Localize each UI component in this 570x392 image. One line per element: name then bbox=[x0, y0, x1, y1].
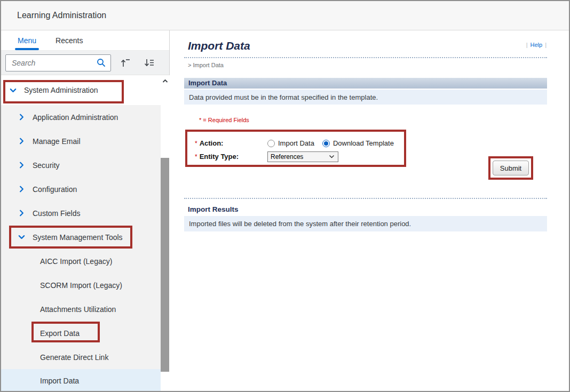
sidebar-item-label: Application Administration bbox=[33, 113, 118, 122]
search-box[interactable] bbox=[5, 54, 111, 71]
sidebar-item-label: Security bbox=[33, 161, 60, 170]
action-row: *Action: Import DataDownload Template bbox=[195, 137, 404, 150]
radio-option-label: Download Template bbox=[333, 139, 394, 147]
collapse-all-icon[interactable] bbox=[117, 55, 133, 71]
sidebar-item-custom-fields[interactable]: Custom Fields bbox=[1, 201, 161, 225]
nav-tree: System AdministrationApplication Adminis… bbox=[1, 75, 161, 391]
expand-list-icon[interactable] bbox=[141, 55, 157, 71]
action-label-cell: *Action: bbox=[195, 139, 267, 147]
tab-recents[interactable]: Recents bbox=[56, 36, 83, 50]
sidebar-tabs: Menu Recents bbox=[1, 30, 169, 51]
chevron-right-icon[interactable] bbox=[17, 185, 26, 194]
entity-type-label: Entity Type: bbox=[200, 153, 239, 161]
radio-option-label: Import Data bbox=[278, 139, 314, 147]
search-row bbox=[1, 51, 169, 75]
search-icon[interactable] bbox=[97, 58, 106, 67]
sidebar-item-label: System Management Tools bbox=[33, 233, 123, 242]
required-marker: * bbox=[195, 153, 197, 161]
submit-button[interactable]: Submit bbox=[493, 161, 529, 175]
entity-type-value: References bbox=[271, 153, 303, 161]
chevron-right-icon[interactable] bbox=[17, 209, 26, 218]
sidebar-item-label: Attachments Utilization bbox=[40, 305, 116, 314]
page-title: Import Data bbox=[188, 39, 250, 52]
sidebar-item-label: Configuration bbox=[33, 185, 77, 194]
main-content: Import Data | Help | > Import Data Impor… bbox=[170, 30, 569, 391]
import-form-annotation-box: *Action: Import DataDownload Template *E… bbox=[185, 130, 406, 167]
breadcrumb: > Import Data bbox=[188, 62, 224, 68]
sidebar-item-system-management-tools[interactable]: System Management Tools bbox=[1, 225, 161, 249]
entity-type-row: *Entity Type: References bbox=[195, 150, 404, 163]
sidebar-item-export-data[interactable]: Export Data bbox=[1, 321, 161, 345]
help-separator: | bbox=[545, 42, 547, 48]
dotted-separator bbox=[184, 198, 547, 199]
sidebar-item-generate-direct-link[interactable]: Generate Direct Link bbox=[1, 345, 161, 369]
chevron-down-icon[interactable] bbox=[9, 86, 17, 94]
radio-unselected-icon[interactable] bbox=[267, 140, 275, 147]
sidebar-item-scorm-import-legacy[interactable]: SCORM Import (Legacy) bbox=[1, 273, 161, 297]
sidebar: Menu Recents System AdministrationApplic… bbox=[1, 30, 170, 391]
tab-menu[interactable]: Menu bbox=[18, 36, 36, 50]
sidebar-item-label: Export Data bbox=[40, 329, 80, 338]
section-description: Data provided must be in the format spec… bbox=[184, 90, 547, 105]
sidebar-item-aicc-import-legacy[interactable]: AICC Import (Legacy) bbox=[1, 249, 161, 273]
help-link[interactable]: Help bbox=[531, 42, 543, 48]
sidebar-item-label: Generate Direct Link bbox=[40, 353, 108, 362]
sidebar-item-label: Custom Fields bbox=[33, 209, 80, 218]
chevron-right-icon[interactable] bbox=[17, 161, 26, 170]
sidebar-item-label: AICC Import (Legacy) bbox=[40, 257, 112, 266]
radio-selected-icon[interactable] bbox=[322, 140, 330, 147]
scrollbar-thumb[interactable] bbox=[161, 158, 169, 372]
entity-type-label-cell: *Entity Type: bbox=[195, 153, 267, 161]
sidebar-item-system-administration[interactable]: System Administration bbox=[1, 75, 161, 105]
chevron-down-icon bbox=[329, 155, 335, 158]
entity-type-select[interactable]: References bbox=[267, 151, 338, 162]
action-radio-group: Import DataDownload Template bbox=[267, 139, 394, 147]
sidebar-scrollbar[interactable] bbox=[161, 75, 170, 391]
learning-administration-window: Learning Administration Menu Recents Sys… bbox=[0, 0, 570, 392]
scroll-up-arrow-icon[interactable] bbox=[161, 77, 169, 85]
required-fields-note: * = Required Fields bbox=[199, 117, 249, 123]
app-title: Learning Administration bbox=[17, 11, 106, 20]
radio-option-download-template[interactable]: Download Template bbox=[322, 139, 394, 147]
sidebar-item-configuration[interactable]: Configuration bbox=[1, 177, 161, 201]
sidebar-item-attachments-utilization[interactable]: Attachments Utilization bbox=[1, 297, 161, 321]
sidebar-item-application-administration[interactable]: Application Administration bbox=[1, 105, 161, 129]
import-results-description: Imported files will be deleted from the … bbox=[184, 216, 547, 231]
sidebar-item-label: System Administration bbox=[24, 86, 98, 94]
sidebar-item-manage-email[interactable]: Manage Email bbox=[1, 129, 161, 153]
chevron-right-icon[interactable] bbox=[17, 113, 26, 122]
radio-option-import-data[interactable]: Import Data bbox=[267, 139, 314, 147]
required-marker: * bbox=[195, 140, 197, 147]
section-header: Import Data bbox=[184, 78, 547, 89]
search-input[interactable] bbox=[12, 59, 97, 67]
help-separator: | bbox=[526, 42, 528, 48]
sidebar-item-import-data[interactable]: Import Data bbox=[1, 369, 161, 392]
submit-annotation-box: Submit bbox=[488, 156, 533, 180]
action-label: Action: bbox=[200, 139, 224, 147]
help-area: | Help | bbox=[526, 42, 547, 48]
import-results-title: Import Results bbox=[188, 205, 239, 213]
sidebar-item-label: SCORM Import (Legacy) bbox=[40, 281, 122, 290]
app-header: Learning Administration bbox=[1, 1, 569, 30]
sidebar-item-label: Manage Email bbox=[33, 137, 81, 146]
chevron-right-icon[interactable] bbox=[17, 137, 26, 146]
navigation-tree-area: System AdministrationApplication Adminis… bbox=[1, 75, 169, 391]
sidebar-item-label: Import Data bbox=[40, 377, 79, 385]
dotted-separator bbox=[184, 57, 547, 58]
sidebar-item-security[interactable]: Security bbox=[1, 153, 161, 177]
chevron-down-icon[interactable] bbox=[17, 233, 26, 242]
